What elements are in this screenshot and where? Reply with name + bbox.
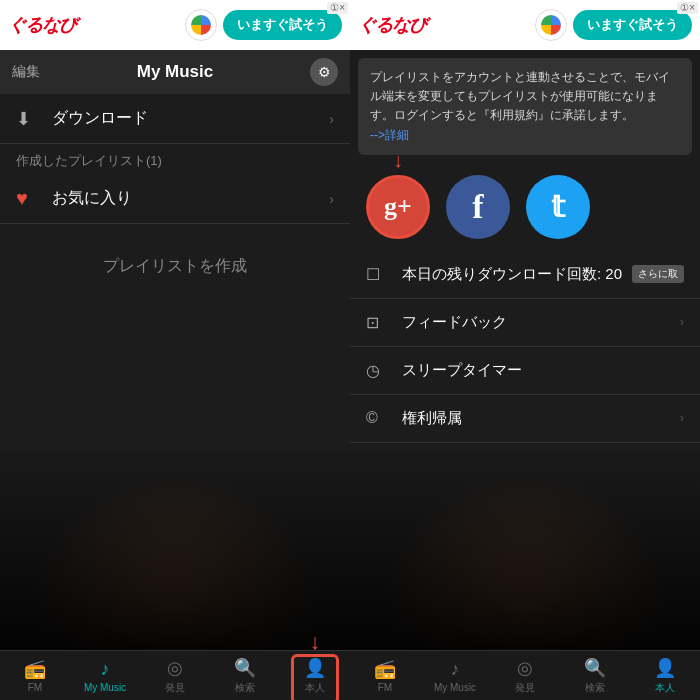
tab-search-right[interactable]: 🔍 検索 <box>560 657 630 695</box>
info-text: プレイリストをアカウントと連動させることで、モバイル端末を変更してもプレイリスト… <box>370 70 670 122</box>
music-label-left: My Music <box>84 682 126 693</box>
discover-icon-right: ◎ <box>517 657 533 679</box>
facebook-login-button[interactable]: f <box>446 175 510 239</box>
settings-icon: ⚙ <box>310 58 338 86</box>
google-login-button[interactable]: g+ <box>366 175 430 239</box>
red-arrow-google: ↓ <box>393 149 403 172</box>
playlist-section-header: 作成したプレイリスト(1) <box>0 144 350 174</box>
fm-icon-right: 📻 <box>374 658 396 680</box>
tab-music-right[interactable]: ♪ My Music <box>420 659 490 693</box>
rights-chevron: › <box>680 411 684 425</box>
google-plus-text: g+ <box>384 192 412 222</box>
google-mic-left <box>185 9 217 41</box>
rights-item[interactable]: © 権利帰属 › <box>350 395 700 443</box>
search-icon-left: 🔍 <box>234 657 256 679</box>
ad-try-button-right[interactable]: いますぐ試そう <box>573 10 692 40</box>
google-mic-right <box>535 9 567 41</box>
more-button[interactable]: さらに取 <box>632 265 684 283</box>
favorites-chevron: › <box>329 191 334 207</box>
tab-search-left[interactable]: 🔍 検索 <box>210 657 280 695</box>
music-icon-left: ♪ <box>101 659 110 680</box>
ad-close-left[interactable]: ①× <box>327 2 348 14</box>
discover-icon-left: ◎ <box>167 657 183 679</box>
gurunavi-logo-right: ぐるなび <box>358 13 426 37</box>
rights-icon: © <box>366 409 394 427</box>
feedback-icon: ⊡ <box>366 313 394 332</box>
facebook-icon: f <box>472 188 483 226</box>
ad-right-left: いますぐ試そう <box>185 9 342 41</box>
download-menu-item[interactable]: ⬇ ダウンロード › <box>0 94 350 144</box>
tab-profile-right[interactable]: 👤 本人 <box>630 657 700 695</box>
ad-try-button-left[interactable]: いますぐ試そう <box>223 10 342 40</box>
sleep-timer-label: スリープタイマー <box>394 361 684 380</box>
twitter-login-button[interactable]: 𝕥 <box>526 175 590 239</box>
music-icon-right: ♪ <box>451 659 460 680</box>
bg-concert <box>0 450 350 650</box>
discover-label-left: 発見 <box>165 681 185 695</box>
settings-button-left[interactable]: ⚙ <box>310 58 338 86</box>
left-header: 編集 My Music ⚙ <box>0 50 350 94</box>
twitter-icon: 𝕥 <box>551 189 565 224</box>
download-label: ダウンロード <box>44 108 329 129</box>
tab-discover-left[interactable]: ◎ 発見 <box>140 657 210 695</box>
discover-label-right: 発見 <box>515 681 535 695</box>
tab-bar-left: 📻 FM ♪ My Music ◎ 発見 🔍 検索 👤 本人 ↓ <box>0 650 350 700</box>
download-count-item: ☐ 本日の残りダウンロード回数: 20 さらに取 <box>350 251 700 299</box>
gurunavi-logo-left: ぐるなび <box>8 13 76 37</box>
favorites-menu-item[interactable]: ♥ お気に入り › <box>0 174 350 224</box>
tab-music-left[interactable]: ♪ My Music <box>70 659 140 693</box>
ad-close-right[interactable]: ①× <box>677 2 698 14</box>
search-label-right: 検索 <box>585 681 605 695</box>
fm-label-right: FM <box>378 682 392 693</box>
ad-banner-right: ぐるなび いますぐ試そう ①× <box>350 0 700 50</box>
red-arrow-down: ↓ <box>310 629 321 655</box>
feedback-item[interactable]: ⊡ フィードバック › <box>350 299 700 347</box>
profile-icon-left: 👤 <box>304 657 326 679</box>
google-mic-inner-left <box>191 15 211 35</box>
download-count-icon: ☐ <box>366 265 394 284</box>
tab-discover-right[interactable]: ◎ 発見 <box>490 657 560 695</box>
bg-concert-right <box>350 450 700 650</box>
fm-icon-left: 📻 <box>24 658 46 680</box>
tab-fm-right[interactable]: 📻 FM <box>350 658 420 693</box>
profile-label-right: 本人 <box>655 681 675 695</box>
page-title: My Music <box>137 62 214 82</box>
fm-label-left: FM <box>28 682 42 693</box>
rights-label: 権利帰属 <box>394 409 676 428</box>
search-icon-right: 🔍 <box>584 657 606 679</box>
ad-banner-left: ぐるなび いますぐ試そう ①× <box>0 0 350 50</box>
favorites-label: お気に入り <box>44 188 329 209</box>
download-count-label: 本日の残りダウンロード回数: 20 <box>394 265 624 284</box>
tab-fm-left[interactable]: 📻 FM <box>0 658 70 693</box>
sleep-timer-item[interactable]: ◷ スリープタイマー <box>350 347 700 395</box>
tab-profile-left[interactable]: 👤 本人 ↓ <box>280 657 350 695</box>
feedback-chevron: › <box>680 315 684 329</box>
profile-icon-right: 👤 <box>654 657 676 679</box>
feedback-label: フィードバック <box>394 313 676 332</box>
social-buttons: g+ ↓ f 𝕥 <box>350 163 700 251</box>
profile-label-left: 本人 <box>305 681 325 695</box>
download-chevron: › <box>329 111 334 127</box>
info-box: プレイリストをアカウントと連動させることで、モバイル端末を変更してもプレイリスト… <box>358 58 692 155</box>
right-panel: ぐるなび いますぐ試そう ①× プレイリストをアカウントと連動させることで、モバ… <box>350 0 700 700</box>
download-icon: ⬇ <box>16 108 44 130</box>
music-label-right: My Music <box>434 682 476 693</box>
google-mic-inner-right <box>541 15 561 35</box>
edit-button[interactable]: 編集 <box>12 63 40 81</box>
ad-right-right: いますぐ試そう <box>535 9 692 41</box>
heart-icon: ♥ <box>16 187 44 210</box>
create-playlist-button[interactable]: プレイリストを作成 <box>0 244 350 289</box>
info-link[interactable]: -->詳細 <box>370 128 409 142</box>
search-label-left: 検索 <box>235 681 255 695</box>
tab-bar-right: 📻 FM ♪ My Music ◎ 発見 🔍 検索 👤 本人 <box>350 650 700 700</box>
google-btn-wrapper: g+ ↓ <box>366 175 430 239</box>
left-panel: ぐるなび いますぐ試そう ①× 編集 My Music ⚙ ⬇ ダウンロード ›… <box>0 0 350 700</box>
sleep-timer-icon: ◷ <box>366 361 394 380</box>
